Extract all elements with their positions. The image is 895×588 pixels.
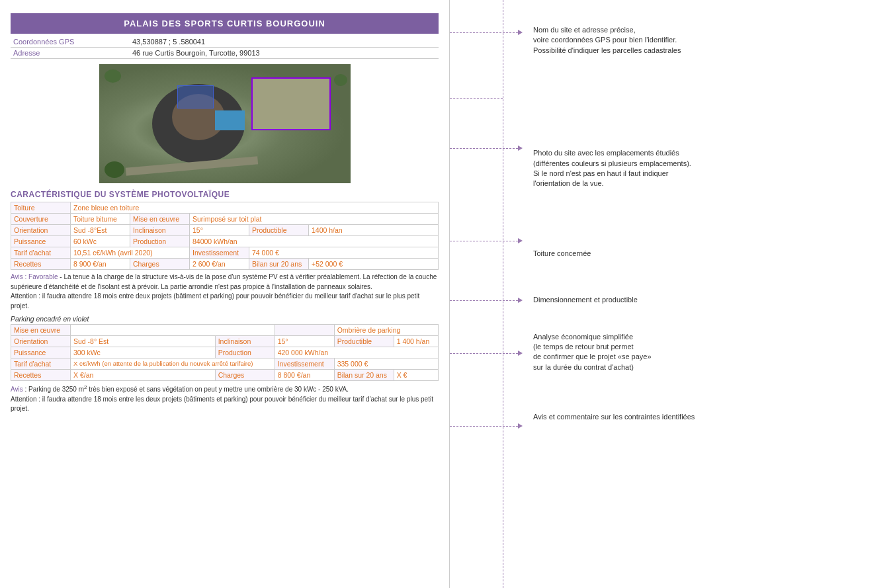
parking-ombr-label — [275, 325, 334, 336]
parking-charges-value: 8 800 €/an — [275, 370, 334, 381]
puissance-label: Puissance — [11, 236, 71, 247]
annotation-5: Analyse économique simplifiée(le temps d… — [533, 332, 884, 373]
toiture-label: Toiture — [11, 202, 71, 214]
orientation-row: Orientation Sud -8°Est Inclinaison 15° P… — [11, 225, 439, 236]
gps-row: Coordonnées GPS 43,530887 ; 5 .580041 — [11, 36, 439, 48]
vertical-dashed-line — [503, 0, 503, 588]
investissement-value: 74 000 € — [249, 247, 439, 259]
char-table-toiture: Toiture Zone bleue en toiture Couverture… — [11, 202, 439, 270]
parking-puissance-value: 300 kWc — [71, 347, 216, 358]
productible-label: Productible — [249, 225, 309, 236]
avis-label-2: Avis — [11, 386, 23, 393]
parking-mise-value — [71, 325, 275, 336]
parking-puissance-label: Puissance — [11, 347, 71, 358]
couverture-label: Couverture — [11, 214, 71, 225]
left-panel: PALAIS DES SPORTS CURTIS BOURGOUIN Coord… — [0, 0, 450, 588]
couverture-row: Couverture Toiture bitume Mise en œuvre … — [11, 214, 439, 225]
recettes-label: Recettes — [11, 259, 71, 270]
section-title: CARACTÉRISTIQUE DU SYSTÈME PHOTOVOLTAÏQU… — [11, 190, 439, 199]
annotation-3: Toiture concernée — [533, 249, 884, 259]
parking-tarif-label: Tarif d'achat — [11, 358, 71, 370]
puissance-value: 60 kWc — [71, 236, 130, 247]
parking-orientation-row: Orientation Sud -8° Est Inclinaison 15° … — [11, 336, 439, 347]
arrow-2 — [450, 146, 523, 151]
parking-recettes-label: Recettes — [11, 370, 71, 381]
investissement-label: Investissement — [190, 247, 249, 259]
aerial-inner — [99, 64, 351, 183]
avis-text-1: - La tenue à la charge de la structure v… — [11, 273, 437, 290]
avis-comment-2: Avis : Parking de 3250 m2 très bien expo… — [11, 384, 439, 414]
site-info-table: Coordonnées GPS 43,530887 ; 5 .580041 Ad… — [11, 36, 439, 59]
trees2 — [105, 69, 121, 83]
parking-orientation-label: Orientation — [11, 336, 71, 347]
parking-tarif-value: X c€/kWh (en attente de la publication d… — [71, 358, 275, 370]
address-label: Adresse — [11, 48, 130, 59]
trees3 — [334, 74, 347, 86]
annotation-4: Dimensionnement et productible — [533, 295, 884, 305]
arrow-4 — [450, 298, 523, 303]
gps-value: 43,530887 ; 5 .580041 — [130, 36, 439, 48]
production-value: 84000 kWh/an — [190, 236, 439, 247]
avis-label-1: Avis : Favorable — [11, 273, 58, 280]
parking-production-label: Production — [215, 347, 275, 358]
tarif-value: 10,51 c€/kWh (avril 2020) — [71, 247, 190, 259]
puissance-row: Puissance 60 kWc Production 84000 kWh/an — [11, 236, 439, 247]
arrow-6 — [450, 423, 523, 429]
parking-tarif-row: Tarif d'achat X c€/kWh (en attente de la… — [11, 358, 439, 370]
parking-mise-label: Mise en œuvre — [11, 325, 71, 336]
inclinaison-label: Inclinaison — [130, 225, 190, 236]
parking-ombr-value: Ombrière de parking — [334, 325, 438, 336]
parking-recettes-value: X €/an — [71, 370, 216, 381]
site-title: PALAIS DES SPORTS CURTIS BOURGOUIN — [11, 13, 439, 34]
production-label: Production — [130, 236, 190, 247]
parking-productible-value: 1 400 h/an — [394, 336, 438, 347]
h-line-image-top — [450, 98, 503, 99]
charges-value: 2 600 €/an — [190, 259, 249, 270]
trees — [105, 161, 124, 178]
recettes-row: Recettes 8 900 €/an Charges 2 600 €/an B… — [11, 259, 439, 270]
annotation-text-5: Analyse économique simplifiée(le temps d… — [533, 332, 884, 373]
gps-label: Coordonnées GPS — [11, 36, 130, 48]
mise-label: Mise en œuvre — [130, 214, 190, 225]
tarif-label: Tarif d'achat — [11, 247, 71, 259]
parking-bilan-label: Bilan sur 20 ans — [334, 370, 394, 381]
pool — [215, 110, 245, 130]
annotation-text-1: Nom du site et adresse précise,voire coo… — [533, 25, 884, 56]
annotation-text-6: Avis et commentaire sur les contraintes … — [533, 412, 884, 422]
parking-bilan-value: X € — [394, 370, 438, 381]
char-table-parking: Mise en œuvre Ombrière de parking Orient… — [11, 324, 439, 381]
arrow-3 — [450, 238, 523, 243]
annotation-text-2: Photo du site avec les emplacements étud… — [533, 148, 884, 189]
avis-comment-1: Avis : Favorable - La tenue à la charge … — [11, 273, 439, 311]
inclinaison-value: 15° — [190, 225, 249, 236]
dashed-arrows-panel — [450, 0, 523, 588]
blue-zone — [177, 85, 214, 108]
annotation-2: Photo du site avec les emplacements étud… — [533, 148, 884, 189]
parking-mise-row: Mise en œuvre Ombrière de parking — [11, 325, 439, 336]
avis-text-2: : Parking de 3250 m2 très bien exposé et… — [23, 386, 349, 393]
tarif-row: Tarif d'achat 10,51 c€/kWh (avril 2020) … — [11, 247, 439, 259]
parking-productible-label: Productible — [334, 336, 394, 347]
annotations-panel: Nom du site et adresse précise,voire coo… — [523, 0, 895, 588]
arrow-5 — [450, 351, 523, 356]
address-value: 46 rue Curtis Bourgoin, Turcotte, 99013 — [130, 48, 439, 59]
parking-production-value: 420 000 kWh/an — [275, 347, 438, 358]
orientation-value: Sud -8°Est — [71, 225, 130, 236]
parking-orientation-value: Sud -8° Est — [71, 336, 216, 347]
parking-charges-label: Charges — [215, 370, 275, 381]
couverture-value: Toiture bitume — [71, 214, 130, 225]
parking-label: Parking encadré en violet — [11, 315, 439, 323]
parking-recettes-row: Recettes X €/an Charges 8 800 €/an Bilan… — [11, 370, 439, 381]
toiture-value: Zone bleue en toiture — [71, 202, 439, 214]
charges-label: Charges — [130, 259, 190, 270]
attention-text-2: Attention : il faudra attendre 18 mois e… — [11, 396, 433, 413]
parking-invest-label: Investissement — [275, 358, 334, 370]
attention-text-1: Attention : il faudra attendre 18 mois e… — [11, 292, 419, 310]
productible-value: 1400 h/an — [309, 225, 439, 236]
parking-inclinaison-value: 15° — [275, 336, 334, 347]
annotation-6: Avis et commentaire sur les contraintes … — [533, 412, 884, 422]
parking-puissance-row: Puissance 300 kWc Production 420 000 kWh… — [11, 347, 439, 358]
right-panel: Nom du site et adresse précise,voire coo… — [450, 0, 895, 588]
recettes-value: 8 900 €/an — [71, 259, 130, 270]
parking-invest-value: 335 000 € — [334, 358, 438, 370]
